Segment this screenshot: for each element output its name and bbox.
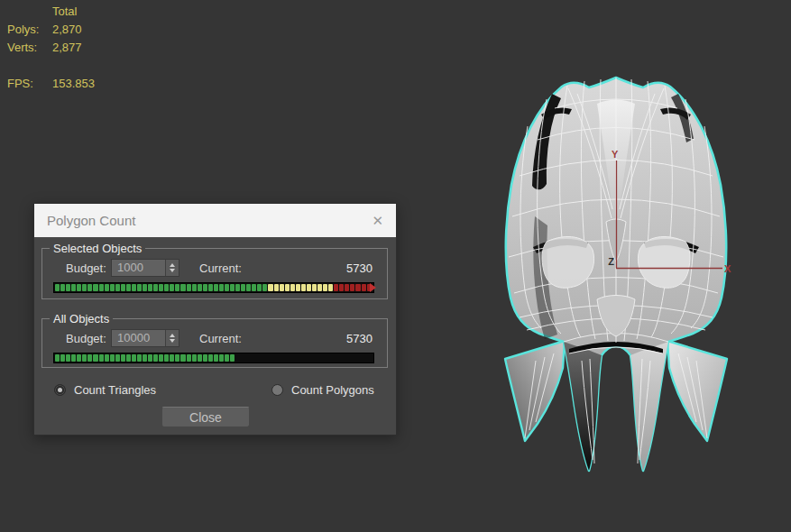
- radio-count-triangles[interactable]: Count Triangles: [54, 383, 156, 397]
- stats-verts-label: Verts:: [7, 41, 37, 54]
- stats-polys-label: Polys:: [7, 23, 39, 36]
- radio-dot-icon: [271, 384, 283, 396]
- stats-total-header: Total: [52, 5, 77, 18]
- all-budget-spinner[interactable]: 10000: [111, 329, 179, 347]
- all-objects-group: All Objects Budget: 10000 Current: 5730: [41, 318, 388, 368]
- polygon-count-dialog: Polygon Count ✕ Selected Objects Budget:…: [33, 203, 397, 436]
- helmet-wings: [505, 341, 727, 441]
- axis-z-label: Z: [608, 256, 614, 267]
- radio-dot-icon: [54, 384, 66, 396]
- selected-objects-group: Selected Objects Budget: 1000 Current: 5…: [41, 248, 388, 299]
- group-label: All Objects: [50, 312, 113, 326]
- spinner-arrows-icon[interactable]: [165, 260, 179, 276]
- overflow-arrow-icon: [370, 283, 376, 292]
- selected-budget-bar: [53, 282, 374, 293]
- radio-label: Count Triangles: [74, 383, 156, 397]
- budget-value[interactable]: 10000: [112, 330, 165, 346]
- dialog-body: Selected Objects Budget: 1000 Current: 5…: [34, 237, 396, 435]
- budget-label: Budget:: [66, 332, 106, 345]
- stats-fps-value: 153.853: [52, 77, 95, 90]
- selected-budget-spinner[interactable]: 1000: [111, 259, 179, 277]
- budget-value[interactable]: 1000: [112, 260, 165, 276]
- all-budget-bar: [53, 353, 374, 363]
- axis-x-label: X: [724, 263, 731, 274]
- budget-label: Budget:: [66, 261, 106, 275]
- current-label: Current:: [199, 332, 242, 345]
- stats-fps-label: FPS:: [7, 77, 33, 90]
- dialog-titlebar[interactable]: Polygon Count ✕: [34, 204, 396, 237]
- radio-count-polygons[interactable]: Count Polygons: [271, 383, 374, 397]
- count-mode-radios: Count Triangles Count Polygons: [34, 383, 396, 399]
- close-button[interactable]: Close: [161, 407, 250, 427]
- current-value: 5730: [346, 332, 373, 345]
- stats-verts-value: 2,877: [52, 41, 82, 54]
- current-value: 5730: [346, 261, 373, 275]
- viewport-3d[interactable]: Y Z X Total Polys: 2,870 Verts: 2,877 FP…: [0, 0, 791, 532]
- stats-polys-value: 2,870: [52, 23, 82, 36]
- current-label: Current:: [199, 261, 242, 275]
- radio-label: Count Polygons: [291, 383, 374, 397]
- group-label: Selected Objects: [50, 242, 145, 255]
- spinner-arrows-icon[interactable]: [165, 330, 179, 346]
- viewport-statistics: Total Polys: 2,870 Verts: 2,877 FPS: 153…: [0, 0, 198, 99]
- close-icon[interactable]: ✕: [372, 214, 383, 227]
- dialog-title: Polygon Count: [47, 213, 135, 228]
- axis-y-label: Y: [612, 149, 619, 160]
